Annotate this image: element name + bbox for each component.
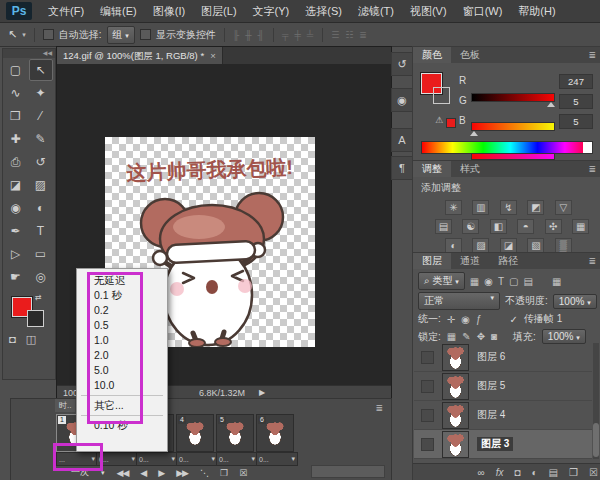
layer-thumbnail[interactable] — [442, 373, 469, 400]
menu-select[interactable]: 选择(S) — [297, 0, 350, 22]
frame-5-delay-dropdown[interactable]: 0... ▾ — [216, 452, 258, 466]
photo-filter-icon[interactable]: ◓ — [517, 219, 534, 234]
curves-icon[interactable]: ↯ — [500, 200, 517, 215]
frame-6[interactable]: 6 — [256, 414, 294, 452]
align-top-edges-icon[interactable]: ╤ — [282, 30, 289, 40]
new-layer-icon[interactable]: ❐ — [569, 467, 578, 478]
shape-tool[interactable]: ▭ — [30, 244, 52, 264]
black-white-icon[interactable]: ◧ — [490, 219, 507, 234]
frame-4-delay-dropdown[interactable]: 0... ▾ — [176, 452, 218, 466]
pen-tool[interactable]: ✒ — [5, 221, 27, 241]
first-frame-button[interactable]: ◀◀ — [117, 468, 129, 478]
layer-filter-dropdown[interactable]: ⌕ 类型 ▾ — [418, 272, 465, 290]
menu-view[interactable]: 视图(V) — [402, 0, 455, 22]
menu-filter[interactable]: 滤镜(T) — [350, 0, 402, 22]
adjustment-layer-icon[interactable]: ◐ — [532, 467, 538, 478]
visibility-toggle[interactable] — [421, 409, 434, 422]
menu-window[interactable]: 窗口(W) — [455, 0, 511, 22]
filter-shape-icon[interactable]: ▢ — [509, 276, 518, 287]
posterize-icon[interactable]: ▨ — [472, 238, 489, 253]
menu-type[interactable]: 文字(Y) — [245, 0, 298, 22]
tween-button[interactable]: ⋱ — [200, 468, 208, 478]
green-value[interactable]: 5 — [559, 94, 593, 109]
close-icon[interactable]: × — [210, 47, 216, 64]
menu-edit[interactable]: 编辑(E) — [92, 0, 145, 22]
opacity-dropdown[interactable]: 100% ▾ — [553, 294, 597, 309]
clone-stamp-tool[interactable]: ⎙ — [5, 152, 27, 172]
tab-styles[interactable]: 样式 — [451, 161, 489, 177]
panel-menu-icon[interactable]: ≣ — [588, 161, 600, 177]
red-slider-marker[interactable] — [547, 102, 555, 107]
gradient-tool[interactable]: ▨ — [30, 175, 52, 195]
menu-layer[interactable]: 图层(L) — [193, 0, 244, 22]
screen-mode-button[interactable]: ◫ — [26, 333, 36, 346]
layer-thumbnail[interactable] — [442, 431, 469, 458]
timeline-scrollbar[interactable] — [311, 465, 385, 478]
red-value[interactable]: 247 — [559, 74, 593, 89]
timeline-menu-icon[interactable]: ≣ — [375, 400, 387, 416]
align-right-edges-icon[interactable]: ╢ — [258, 30, 265, 40]
layer-mask-icon[interactable]: ◘ — [515, 467, 521, 478]
layer-row[interactable]: 图层 5 — [414, 372, 592, 401]
layer-thumbnail[interactable] — [442, 344, 469, 371]
distribute-top-icon[interactable]: ☰ — [331, 30, 340, 40]
color-lookup-icon[interactable]: ▦ — [572, 219, 589, 234]
rect-marquee-tool[interactable]: ▢ — [5, 60, 27, 80]
unify-style-icon[interactable]: ƒ — [476, 314, 482, 325]
tab-channels[interactable]: 通道 — [451, 253, 489, 269]
gamut-warning-icon[interactable]: ⚠ — [435, 115, 443, 125]
show-transform-checkbox[interactable] — [140, 29, 151, 40]
background-color-well[interactable] — [433, 87, 450, 104]
properties-panel-button[interactable]: ◉ — [391, 88, 413, 112]
tab-adjustments[interactable]: 调整 — [413, 161, 451, 177]
previous-frame-button[interactable]: ◀ — [140, 468, 146, 478]
duplicate-frame-button[interactable]: ❐ — [220, 468, 227, 478]
frame-6-delay-dropdown[interactable]: 0... ▾ — [256, 452, 298, 466]
tab-swatches[interactable]: 色板 — [451, 47, 489, 63]
invert-icon[interactable]: ◐ — [445, 238, 462, 253]
align-v-centers-icon[interactable]: ╪ — [294, 30, 301, 40]
panel-menu-icon[interactable]: ≣ — [588, 47, 600, 63]
path-select-tool[interactable]: ▷ — [5, 244, 27, 264]
zoom-tool[interactable]: ◎ — [30, 267, 52, 287]
brush-tool[interactable]: ✎ — [30, 129, 52, 149]
layers-scrollbar-thumb[interactable] — [593, 423, 599, 457]
toolbar-collapse-icon[interactable]: ◀◀ — [3, 49, 55, 58]
dodge-tool[interactable]: ◐ — [30, 198, 52, 218]
tool-preset-caret-icon[interactable]: ▾ — [22, 31, 26, 39]
distribute-middle-icon[interactable]: ☷ — [345, 30, 354, 40]
align-h-centers-icon[interactable]: ╫ — [245, 30, 252, 40]
color-balance-icon[interactable]: ☯ — [462, 219, 479, 234]
quick-mask-button[interactable]: ◘ — [9, 333, 16, 346]
delete-layer-icon[interactable]: ☒ — [589, 467, 598, 478]
lock-pixels-icon[interactable]: ✎ — [462, 331, 470, 342]
layer-name[interactable]: 图层 5 — [477, 379, 505, 393]
blend-mode-dropdown[interactable]: 正常 ▾ — [418, 292, 500, 310]
filter-effect-icon[interactable]: ◉ — [484, 276, 493, 287]
blur-tool[interactable]: ◉ — [5, 198, 27, 218]
delete-frame-button[interactable]: ☒ — [239, 468, 246, 478]
hand-tool[interactable]: ☛ — [5, 267, 27, 287]
crop-tool[interactable]: ❒ — [5, 106, 27, 126]
menu-help[interactable]: 帮助(H) — [510, 0, 563, 22]
green-slider[interactable] — [471, 122, 555, 131]
visibility-toggle[interactable] — [421, 438, 434, 451]
menu-file[interactable]: 文件(F) — [40, 0, 92, 22]
layer-row[interactable]: 图层 6 — [414, 343, 592, 372]
new-group-icon[interactable]: ▤ — [549, 467, 558, 478]
layer-name[interactable]: 图层 3 — [477, 437, 513, 451]
lasso-tool[interactable]: ∿ — [5, 83, 27, 103]
levels-icon[interactable]: ▥ — [472, 200, 489, 215]
layer-row[interactable]: 图层 4 — [414, 401, 592, 430]
quick-selection-tool[interactable]: ✦ — [30, 83, 52, 103]
lock-position-icon[interactable]: ✥ — [477, 331, 485, 342]
green-slider-marker[interactable] — [470, 131, 478, 136]
vibrance-icon[interactable]: ▽ — [555, 200, 572, 215]
selective-color-icon[interactable]: ▧ — [527, 238, 544, 253]
threshold-icon[interactable]: ◪ — [500, 238, 517, 253]
eyedropper-tool[interactable]: ⁄ — [30, 106, 52, 126]
fill-dropdown[interactable]: 100% ▾ — [542, 329, 586, 344]
filter-smart-icon[interactable]: ▤ — [523, 276, 532, 287]
play-button[interactable]: ▶ — [158, 468, 164, 478]
spectrum-white-chip[interactable] — [583, 142, 592, 153]
